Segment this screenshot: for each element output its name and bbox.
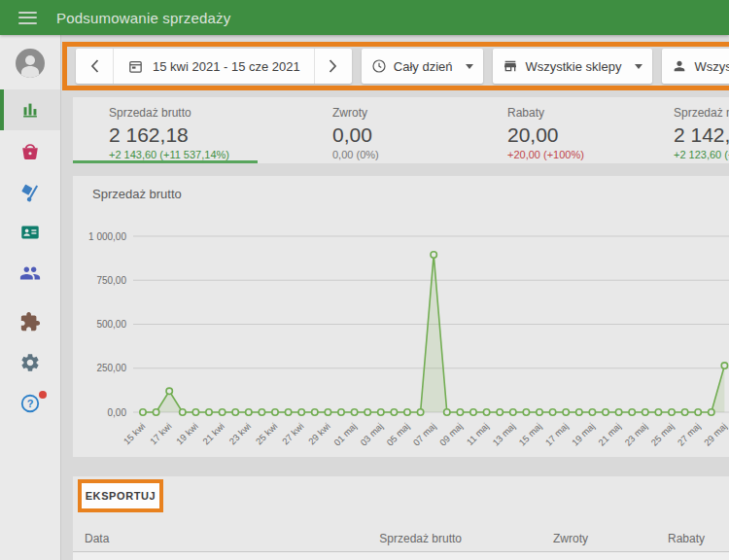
stat-value: 2 142,18 bbox=[674, 123, 729, 146]
sidebar-item-contacts[interactable] bbox=[0, 212, 60, 253]
stat-tab-returns[interactable]: Zwroty 0,00 0,00 (0%) bbox=[258, 97, 442, 163]
table-card: EKSPORTUJ Data Sprzedaż brutto Zwroty Ra… bbox=[73, 476, 729, 560]
svg-text:11 maj: 11 maj bbox=[465, 421, 491, 447]
svg-text:23 maj: 23 maj bbox=[622, 421, 649, 448]
svg-text:25 maj: 25 maj bbox=[648, 421, 676, 448]
svg-text:17 kwi: 17 kwi bbox=[148, 421, 174, 447]
sidebar-item-deliveries[interactable] bbox=[0, 171, 60, 212]
svg-text:09 maj: 09 maj bbox=[437, 421, 465, 448]
store-icon bbox=[503, 58, 518, 74]
svg-text:17 maj: 17 maj bbox=[543, 421, 571, 448]
sidebar-item-help[interactable]: ? bbox=[0, 383, 60, 424]
svg-text:29 maj: 29 maj bbox=[702, 421, 729, 448]
user-avatar-icon[interactable] bbox=[16, 49, 45, 78]
next-period-button[interactable] bbox=[315, 49, 352, 84]
table-header-row: Data Sprzedaż brutto Zwroty Rabaty Sprze… bbox=[73, 526, 729, 552]
svg-text:250,00: 250,00 bbox=[96, 363, 126, 373]
hand-truck-icon bbox=[19, 181, 41, 202]
svg-text:01 maj: 01 maj bbox=[331, 421, 359, 448]
employees-filter-label: Wszyscy pracownicy bbox=[694, 59, 729, 74]
column-header-returns: Zwroty bbox=[462, 532, 588, 545]
sidebar-item-employees[interactable] bbox=[0, 253, 60, 294]
puzzle-icon bbox=[19, 311, 41, 332]
notification-dot bbox=[39, 391, 47, 399]
svg-text:27 kwi: 27 kwi bbox=[280, 421, 306, 447]
column-header-date: Data bbox=[73, 532, 267, 545]
sidebar-nav: ? bbox=[0, 35, 61, 560]
svg-text:27 maj: 27 maj bbox=[676, 421, 703, 448]
clock-icon bbox=[371, 58, 387, 74]
calendar-icon bbox=[127, 58, 144, 75]
svg-text:03 maj: 03 maj bbox=[358, 421, 385, 448]
stat-value: 20,00 bbox=[507, 123, 627, 146]
column-header-discounts: Rabaty bbox=[588, 532, 705, 545]
column-header-gross: Sprzedaż brutto bbox=[267, 532, 462, 545]
top-app-bar: Podsumowanie sprzedaży bbox=[0, 0, 729, 35]
stats-summary-card: Sprzedaż brutto 2 162,18 +2 143,60 (+11 … bbox=[73, 97, 729, 163]
sidebar-item-integrations[interactable] bbox=[0, 301, 60, 342]
sales-chart-card: Sprzedaż brutto 1 000,00750,00500,00250,… bbox=[73, 176, 729, 457]
date-range-label: 15 kwi 2021 - 15 cze 2021 bbox=[153, 59, 300, 74]
svg-text:0,00: 0,00 bbox=[108, 407, 127, 418]
person-icon bbox=[672, 58, 687, 74]
date-range-button[interactable]: 15 kwi 2021 - 15 cze 2021 bbox=[114, 58, 314, 75]
shopping-basket-icon bbox=[19, 140, 41, 161]
svg-text:21 maj: 21 maj bbox=[596, 421, 623, 448]
date-range-control: 15 kwi 2021 - 15 cze 2021 bbox=[76, 49, 352, 84]
stat-label: Sprzedaż brutto bbox=[109, 106, 258, 120]
prev-period-button[interactable] bbox=[76, 49, 113, 84]
stat-tab-discounts[interactable]: Rabaty 20,00 +20,00 (+100%) bbox=[442, 97, 627, 163]
svg-text:13 maj: 13 maj bbox=[490, 421, 517, 448]
svg-text:07 maj: 07 maj bbox=[411, 421, 438, 448]
stat-tab-net-sales[interactable]: Sprzedaż netto 2 142,18 +2 123,60 (+11 5… bbox=[627, 97, 729, 163]
svg-text:21 kwi: 21 kwi bbox=[200, 421, 226, 447]
help-icon: ? bbox=[19, 393, 41, 414]
sidebar-item-products[interactable] bbox=[0, 130, 60, 171]
app-window: Podsumowanie sprzedaży bbox=[0, 0, 729, 560]
stat-label: Sprzedaż netto bbox=[674, 106, 729, 120]
sidebar-item-reports[interactable] bbox=[0, 89, 60, 130]
table-row bbox=[73, 552, 729, 560]
people-icon bbox=[19, 262, 41, 284]
chevron-right-icon bbox=[329, 59, 337, 73]
sidebar-item-settings[interactable] bbox=[0, 342, 60, 383]
svg-text:750,00: 750,00 bbox=[96, 275, 126, 286]
chevron-down-icon bbox=[635, 64, 642, 69]
svg-text:15 maj: 15 maj bbox=[516, 421, 543, 448]
stat-label: Zwroty bbox=[332, 106, 442, 120]
stat-tab-gross-sales[interactable]: Sprzedaż brutto 2 162,18 +2 143,60 (+11 … bbox=[73, 97, 258, 163]
page-title: Podsumowanie sprzedaży bbox=[56, 10, 231, 26]
stat-delta: 0,00 (0%) bbox=[332, 149, 442, 160]
svg-text:15 kwi: 15 kwi bbox=[122, 421, 148, 447]
svg-text:?: ? bbox=[27, 398, 34, 409]
stat-delta: +2 123,60 (+11 537,14%) bbox=[674, 149, 729, 160]
stat-delta: +20,00 (+100%) bbox=[507, 149, 627, 160]
chevron-left-icon bbox=[90, 59, 99, 73]
svg-text:29 kwi: 29 kwi bbox=[306, 421, 332, 447]
annotation-highlight-export: EKSPORTUJ bbox=[78, 479, 163, 512]
gear-icon bbox=[19, 352, 41, 373]
column-header-net: Sprzedaż netto bbox=[705, 532, 729, 545]
stat-value: 2 162,18 bbox=[109, 123, 258, 146]
shops-filter-label: Wszystkie sklepy bbox=[525, 59, 621, 74]
svg-text:1 000,00: 1 000,00 bbox=[88, 231, 126, 242]
stat-delta: +2 143,60 (+11 537,14%) bbox=[109, 149, 258, 160]
svg-text:25 kwi: 25 kwi bbox=[254, 421, 280, 447]
shops-filter-dropdown[interactable]: Wszystkie sklepy bbox=[493, 49, 652, 84]
stat-value: 0,00 bbox=[332, 123, 442, 146]
svg-text:19 maj: 19 maj bbox=[570, 421, 597, 448]
time-filter-dropdown[interactable]: Cały dzień bbox=[362, 49, 484, 84]
svg-text:05 maj: 05 maj bbox=[384, 421, 411, 448]
time-filter-label: Cały dzień bbox=[394, 59, 453, 74]
stat-label: Rabaty bbox=[507, 106, 627, 120]
employees-filter-dropdown[interactable]: Wszyscy pracownicy bbox=[662, 49, 729, 84]
export-button[interactable]: EKSPORTUJ bbox=[82, 483, 159, 508]
svg-text:23 kwi: 23 kwi bbox=[226, 421, 253, 447]
hamburger-menu-icon[interactable] bbox=[18, 12, 37, 24]
svg-text:500,00: 500,00 bbox=[96, 319, 126, 330]
annotation-highlight-toolbar: 15 kwi 2021 - 15 cze 2021 Cały dzień Wsz… bbox=[62, 42, 729, 90]
bar-chart-icon bbox=[19, 99, 41, 121]
sales-line-chart: 1 000,00750,00500,00250,000,0015 kwi17 k… bbox=[73, 176, 729, 457]
svg-text:19 kwi: 19 kwi bbox=[174, 421, 200, 447]
chevron-down-icon bbox=[466, 64, 473, 69]
